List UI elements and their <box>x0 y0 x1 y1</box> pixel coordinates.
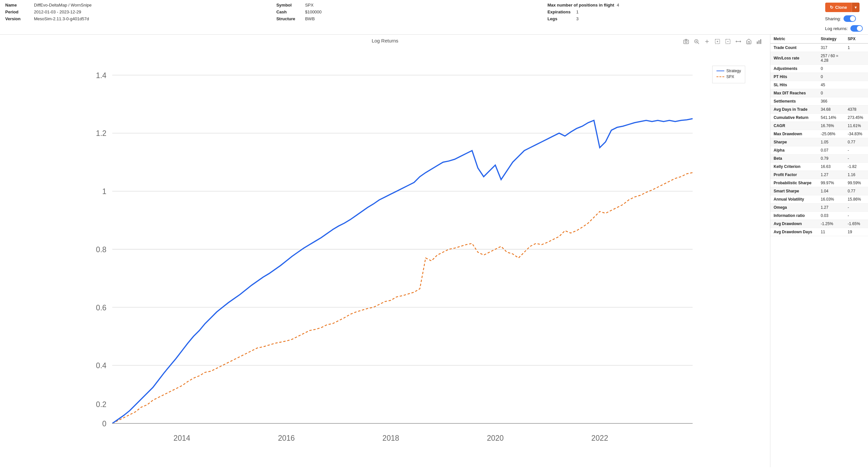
header-col-2: Symbol SPX Cash $100000 Structure BWB <box>276 3 547 32</box>
structure-label: Structure <box>276 16 302 21</box>
strategy-value-cell: 34.68 <box>817 106 844 114</box>
table-row: Trade Count3171 <box>770 43 868 52</box>
symbol-value: SPX <box>305 3 313 7</box>
table-row: Avg Drawdown-1.25%-1.65% <box>770 220 868 228</box>
table-row: PT Hits0 <box>770 73 868 81</box>
log-returns-label: Log returns: <box>825 26 848 31</box>
spx-value-cell <box>844 89 868 97</box>
spx-value-cell: -1.65% <box>844 220 868 228</box>
chart-container[interactable]: 1.4 1.2 1 0.8 0.6 0.4 0.2 0 2014 2016 20… <box>5 46 765 452</box>
metric-name-cell: Probabilistic Sharpe <box>770 179 817 187</box>
spx-value-cell: 0.77 <box>844 138 868 146</box>
camera-button[interactable] <box>682 38 690 47</box>
name-row: Name DiffEvo-DeltaMap / WornSnipe <box>5 3 276 7</box>
actions-col: ↻ Clone ▾ Sharing: Log returns: <box>819 3 863 32</box>
clone-dropdown-button[interactable]: ▾ <box>852 3 860 12</box>
spx-value-cell: 4378 <box>844 106 868 114</box>
strategy-value-cell: 541.14% <box>817 114 844 122</box>
spx-value-cell: - <box>844 204 868 212</box>
spx-value-cell: 19 <box>844 228 868 236</box>
table-row: SL Hits45 <box>770 81 868 89</box>
metric-name-cell: Kelly Criterion <box>770 163 817 171</box>
strategy-value-cell: 0 <box>817 89 844 97</box>
spx-value-cell: - <box>844 212 868 220</box>
strategy-line-indicator <box>716 70 724 71</box>
metric-name-cell: Alpha <box>770 146 817 154</box>
cash-value: $100000 <box>305 9 322 14</box>
chart-title: Log Returns <box>5 38 765 43</box>
period-row: Period 2012-01-03 - 2023-12-29 <box>5 9 276 14</box>
spx-value-cell: 1 <box>844 43 868 52</box>
spx-line-indicator <box>716 77 724 77</box>
zoom-button[interactable] <box>692 38 701 47</box>
legend-strategy-label: Strategy <box>726 69 741 73</box>
spx-value-cell: - <box>844 154 868 163</box>
table-row: Avg Days in Trade34.684378 <box>770 106 868 114</box>
expirations-row: Expirations 1 <box>547 9 818 14</box>
spx-value-cell: 15.86% <box>844 195 868 204</box>
reset-scale-button[interactable] <box>734 38 743 47</box>
strategy-value-cell: 11 <box>817 228 844 236</box>
legs-value: 3 <box>576 16 578 21</box>
sharing-toggle-row: Sharing: <box>825 16 856 22</box>
svg-text:1: 1 <box>102 187 106 196</box>
period-value: 2012-01-03 - 2023-12-29 <box>34 9 81 14</box>
strategy-value-cell: 257 / 60 = 4.28 <box>817 52 844 65</box>
svg-rect-16 <box>760 39 761 44</box>
header-col-1: Name DiffEvo-DeltaMap / WornSnipe Period… <box>5 3 276 32</box>
strategy-col-header: Strategy <box>817 35 844 43</box>
table-row: Omega1.27- <box>770 204 868 212</box>
spx-line <box>112 173 693 423</box>
table-row: Beta0.79- <box>770 154 868 163</box>
version-row: Version MesoSim-2.11.3-0-g401d57d <box>5 16 276 21</box>
svg-line-3 <box>698 42 699 44</box>
home-button[interactable] <box>745 38 753 47</box>
sharing-toggle[interactable] <box>843 16 856 22</box>
expirations-label: Expirations <box>547 9 574 14</box>
metric-name-cell: Sharpe <box>770 138 817 146</box>
svg-rect-15 <box>758 40 760 44</box>
metrics-panel: Metric Strategy SPX Trade Count3171Win/L… <box>770 35 868 467</box>
table-row: Adjustments0 <box>770 65 868 73</box>
metric-name-cell: SL Hits <box>770 81 817 89</box>
legs-row: Legs 3 <box>547 16 818 21</box>
box-minus-button[interactable] <box>724 38 732 47</box>
metrics-header-row: Metric Strategy SPX <box>770 35 868 43</box>
table-row: Probabilistic Sharpe99.97%99.59% <box>770 179 868 187</box>
strategy-value-cell: 366 <box>817 97 844 106</box>
symbol-row: Symbol SPX <box>276 3 547 7</box>
chart-legend: Strategy SPX <box>712 66 745 83</box>
metric-name-cell: Avg Drawdown <box>770 220 817 228</box>
strategy-value-cell: 16.03% <box>817 195 844 204</box>
log-returns-toggle[interactable] <box>850 25 863 32</box>
strategy-value-cell: 0 <box>817 73 844 81</box>
strategy-value-cell: 1.27 <box>817 171 844 179</box>
log-returns-toggle-row: Log returns: <box>825 25 863 32</box>
clone-button[interactable]: ↻ Clone <box>825 3 852 12</box>
table-row: Avg Drawdown Days1119 <box>770 228 868 236</box>
metric-name-cell: Annual Volatility <box>770 195 817 204</box>
table-row: Max DIT Reaches0 <box>770 89 868 97</box>
strategy-value-cell: 1.27 <box>817 204 844 212</box>
metric-name-cell: Beta <box>770 154 817 163</box>
spx-value-cell: -1.82 <box>844 163 868 171</box>
svg-text:1.2: 1.2 <box>96 129 106 138</box>
add-zoom-button[interactable] <box>703 38 711 47</box>
spx-value-cell: 1.16 <box>844 171 868 179</box>
header: Name DiffEvo-DeltaMap / WornSnipe Period… <box>0 0 868 35</box>
metric-name-cell: Max Drawdown <box>770 130 817 138</box>
svg-text:2014: 2014 <box>174 434 190 442</box>
svg-text:2018: 2018 <box>382 434 399 442</box>
metric-name-cell: Cumulative Return <box>770 114 817 122</box>
svg-text:2016: 2016 <box>278 434 294 442</box>
box-select-button[interactable] <box>713 38 722 47</box>
strategy-value-cell: 0.07 <box>817 146 844 154</box>
metric-name-cell: Avg Drawdown Days <box>770 228 817 236</box>
table-row: Max Drawdown-25.06%-34.83% <box>770 130 868 138</box>
svg-point-1 <box>685 41 687 43</box>
legend-spx-label: SPX <box>726 75 734 79</box>
spx-value-cell <box>844 73 868 81</box>
table-row: Cumulative Return541.14%273.45% <box>770 114 868 122</box>
max-positions-row: Max number of positions in flight 4 <box>547 3 818 7</box>
bar-chart-button[interactable] <box>755 38 764 47</box>
